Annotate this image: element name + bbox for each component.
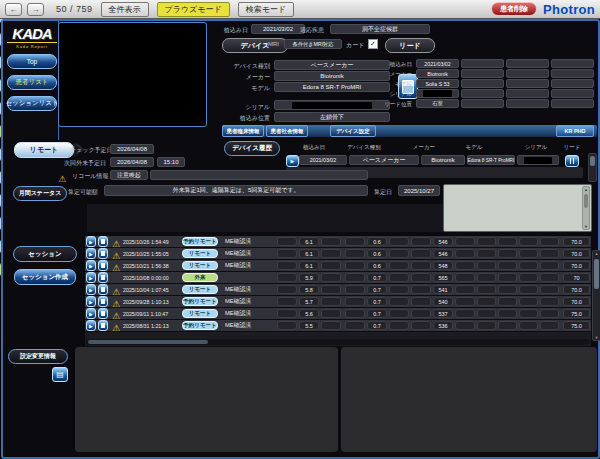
session-type-chip[interactable]: 予約リモート [182, 297, 218, 306]
session-report-icon[interactable] [98, 260, 108, 271]
session-report-icon[interactable] [98, 320, 108, 331]
lead-field-empty [461, 99, 504, 108]
session-row[interactable]: 2025/10/21 1:56:38 リモート ME確認済 6.1 0.6 54… [85, 260, 591, 272]
session-type-chip[interactable]: 外来 [182, 273, 218, 282]
dh-type: ペースメーカー [349, 155, 419, 165]
session-vscrollbar[interactable]: ▲ ▼ [592, 250, 600, 341]
open-session-icon[interactable] [86, 236, 96, 247]
impedance-rv: 548 [433, 261, 453, 270]
session-type-chip[interactable]: 予約リモート [182, 237, 218, 246]
sidebar-nav-button[interactable]: 患者リスト [7, 75, 57, 90]
remote-button[interactable]: リモート [14, 142, 74, 158]
session-report-icon[interactable] [98, 272, 108, 283]
tab-device-settings[interactable]: デバイス設定 [330, 125, 376, 137]
lead-model-value: Solia S 53 [416, 79, 459, 88]
session-report-icon[interactable] [98, 248, 108, 259]
sidebar-nav-button[interactable]: Top [7, 54, 57, 69]
session-row[interactable]: 2025/08/31 1:21:13 予約リモート ME確認済 5.5 0.7 … [85, 320, 591, 332]
forward-button[interactable]: → [27, 3, 44, 16]
tab-kr-phd[interactable]: KR PHD [556, 125, 594, 137]
mri-value: 条件付きMRI対応 [284, 39, 342, 49]
lead-serial-value [416, 89, 459, 98]
dh-header-date: 植込み日 [296, 144, 332, 151]
battery-value: 70.0 [563, 237, 590, 246]
card-checkbox[interactable]: ✓ [368, 39, 378, 49]
open-session-icon[interactable] [86, 260, 96, 271]
back-button[interactable]: ← [5, 3, 22, 16]
session-type-chip[interactable]: リモート [182, 261, 218, 270]
session-row[interactable]: 2025/10/08 0:00:00 外来 5.9 0.7 565 70 [85, 272, 591, 284]
sidebar-nav-button[interactable]: セッションリスト [7, 96, 57, 111]
lead-field-empty [506, 79, 549, 88]
lead-field-empty [506, 99, 549, 108]
session-type-chip[interactable]: リモート [182, 249, 218, 258]
open-session-icon[interactable] [86, 272, 96, 283]
pacing-rv: 0.7 [367, 321, 387, 330]
session-type-chip[interactable]: リモート [182, 285, 218, 294]
impedance-lv [455, 261, 475, 270]
brand-logo: Photron [543, 2, 595, 17]
session-type-chip[interactable]: リモート [182, 309, 218, 318]
lead-detail-icon[interactable] [565, 155, 579, 167]
session-type-chip[interactable]: 予約リモート [182, 321, 218, 330]
sensing-lv [321, 309, 341, 318]
app-logo: KADA Kado Report [7, 25, 57, 49]
session-report-icon[interactable] [98, 284, 108, 295]
apvp-value [540, 273, 559, 282]
check-date-label: チェック予定日 [70, 146, 113, 155]
settings-change-form-icon[interactable]: ▤ [52, 367, 68, 382]
dh-serial [517, 155, 559, 165]
open-session-icon[interactable] [86, 248, 96, 259]
open-device-icon[interactable] [286, 155, 299, 167]
session-row[interactable]: 2025/10/26 1:54:49 予約リモート ME確認済 6.1 0.6 … [85, 236, 591, 248]
sensing-ra [277, 297, 297, 306]
browse-mode-button[interactable]: ブラウズモード [157, 2, 230, 17]
open-session-icon[interactable] [86, 308, 96, 319]
pacing-rv: 0.6 [367, 261, 387, 270]
create-session-button[interactable]: セッション作成 [14, 269, 76, 285]
impedance-rv: 565 [433, 273, 453, 282]
monthly-status-table [87, 204, 443, 232]
monthly-notes-panel: ▲ ▼ [443, 184, 592, 232]
impedance-rv: 546 [433, 237, 453, 246]
session-check-status: ME確認済 [225, 321, 271, 330]
device-maker-value: Biotronik [274, 71, 390, 81]
impedance-lv [455, 321, 475, 330]
apvp-value [540, 249, 559, 258]
tab-patient-social[interactable]: 患者社会情報 [266, 125, 308, 137]
impedance-rv: 536 [433, 321, 453, 330]
billing-date-value: 2025/10/27 [398, 185, 440, 196]
session-row[interactable]: 2025/10/04 1:07:45 リモート ME確認済 5.8 0.7 54… [85, 284, 591, 296]
open-session-icon[interactable] [86, 320, 96, 331]
notes-scrollbar[interactable]: ▲ ▼ [582, 186, 590, 230]
impedance-rv: 537 [433, 309, 453, 318]
dh-header-type: デバイス種別 [342, 144, 386, 151]
session-time: 2025/10/25 1:55:05 [123, 249, 181, 258]
session-hscrollbar[interactable] [86, 339, 589, 345]
delete-patient-button[interactable]: 患者削除 [491, 2, 537, 16]
next-visit-time-value: 15:10 [157, 157, 185, 167]
open-session-icon[interactable] [86, 284, 96, 295]
session-row[interactable]: 2025/10/25 1:55:05 リモート ME確認済 6.1 0.6 54… [85, 248, 591, 260]
impedance-lv [455, 237, 475, 246]
session-report-icon[interactable] [98, 236, 108, 247]
next-visit-date-value: 2026/04/08 [110, 157, 154, 167]
device-history-scrollbar[interactable] [588, 153, 597, 182]
impedance-ra [411, 321, 431, 330]
next-visit-label: 次回外来予定日 [64, 159, 106, 168]
search-mode-button[interactable]: 検索モード [238, 2, 294, 17]
session-check-status [225, 273, 271, 282]
session-time: 2025/10/04 1:07:45 [123, 285, 181, 294]
session-row[interactable]: 2025/09/28 1:10:13 予約リモート ME確認済 5.7 0.7 … [85, 296, 591, 308]
tab-patient-clinical[interactable]: 患者臨床情報 [222, 125, 264, 137]
session-row[interactable]: 2025/09/11 1:10:47 リモート ME確認済 5.6 0.7 53… [85, 308, 591, 320]
show-all-button[interactable]: 全件表示 [101, 2, 149, 17]
session-title: セッション [13, 246, 77, 262]
open-session-icon[interactable] [86, 296, 96, 307]
asvp-value [498, 297, 517, 306]
asvs-value [477, 321, 496, 330]
session-report-icon[interactable] [98, 308, 108, 319]
lead-section-button[interactable]: リード [385, 38, 435, 53]
device-model-value: Edora 8 SR-T ProMRI [274, 82, 390, 92]
session-report-icon[interactable] [98, 296, 108, 307]
